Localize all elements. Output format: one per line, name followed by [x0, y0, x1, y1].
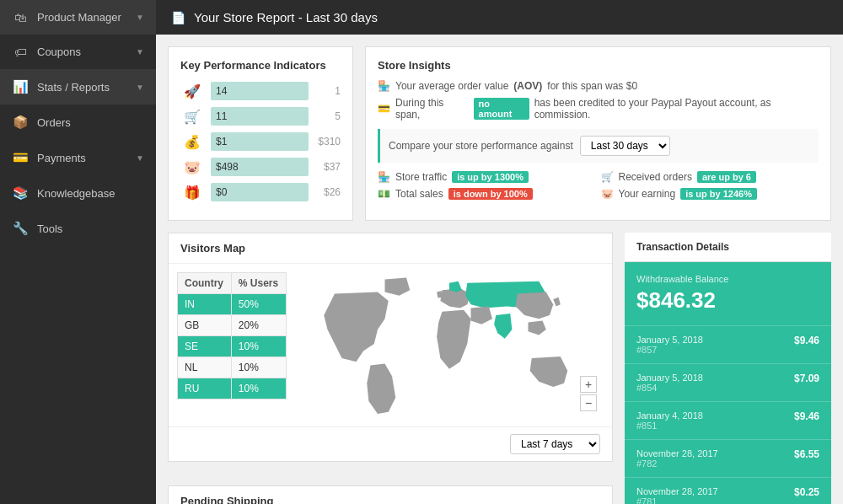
transaction-item: November 28, 2017 #781 $0.25	[625, 477, 831, 504]
sales-badge: is down by 100%	[448, 188, 533, 200]
country-pct: 10%	[231, 357, 286, 378]
zoom-buttons: + −	[580, 376, 597, 411]
metric-orders: 🛒 Received orders are up by 6	[601, 171, 819, 183]
sidebar-item-tools[interactable]: 🔧 Tools	[0, 211, 156, 246]
transaction-num: #857	[636, 345, 703, 355]
insights-box: Store Insights 🏪 Your average order valu…	[365, 46, 831, 221]
orders-label: Received orders	[619, 171, 692, 183]
traffic-icon: 🏪	[378, 171, 390, 183]
metric-earning: 🐷 Your earning is up by 1246%	[601, 188, 819, 200]
traffic-label: Store traffic	[395, 171, 447, 183]
sidebar-item-stats-reports[interactable]: 📊 Stats / Reports ▼	[0, 69, 156, 105]
insights-line-2: 💳 During this span, no amount has been c…	[378, 97, 819, 121]
payments-icon: 💳	[12, 150, 29, 165]
sidebar-item-label: Coupons	[37, 46, 127, 58]
sales-label: Total sales	[395, 188, 443, 200]
sidebar-item-label: Knowledgebase	[37, 187, 144, 200]
store-icon: 🏪	[378, 80, 390, 92]
transaction-date: January 4, 2018	[636, 410, 703, 421]
top-panel: Key Performance Indicators 🚀 14 1 🛒 11 5	[168, 46, 831, 221]
col-country: Country	[178, 273, 232, 294]
country-code: RU	[178, 378, 232, 399]
transaction-amount: $7.09	[794, 373, 819, 384]
map-svg-container: + −	[295, 272, 604, 418]
kpi-box: Key Performance Indicators 🚀 14 1 🛒 11 5	[168, 46, 353, 221]
map-footer: Last 7 days Last 30 days	[169, 426, 612, 461]
insights-commission-prefix: During this span,	[395, 97, 469, 121]
sidebar-item-coupons[interactable]: 🏷 Coupons ▼	[0, 35, 156, 69]
metric-traffic: 🏪 Store traffic is up by 1300%	[378, 171, 596, 183]
insights-compare-row: Compare your store performance against L…	[378, 129, 819, 163]
visitors-map-box: Visitors Map Country % Users IN50	[168, 233, 613, 462]
country-pct: 10%	[231, 378, 286, 399]
kpi-row-2: 🛒 11 5	[180, 107, 341, 126]
orders-icon: 📦	[12, 115, 29, 130]
report-icon: 📄	[171, 11, 185, 24]
kpi-cart-icon: 🛒	[180, 109, 204, 125]
kpi-val-5: $0	[216, 186, 227, 198]
visitors-map-title: Visitors Map	[169, 233, 612, 264]
sidebar-item-label: Product Manager	[37, 11, 127, 24]
country-row: SE10%	[178, 336, 287, 357]
main-content: 📄 Your Store Report - Last 30 days Key P…	[156, 0, 843, 504]
metric-sales: 💵 Total sales is down by 100%	[378, 188, 596, 200]
transaction-amount: $6.55	[794, 448, 819, 460]
sidebar-item-label: Orders	[37, 116, 144, 129]
country-code: IN	[178, 294, 232, 315]
no-amount-badge: no amount	[474, 98, 529, 120]
insights-line-1: 🏪 Your average order value (AOV) for thi…	[378, 80, 819, 92]
sidebar-item-orders[interactable]: 📦 Orders	[0, 105, 156, 140]
country-row: GB20%	[178, 315, 287, 336]
transaction-num: #851	[636, 421, 703, 431]
kpi-bar-2: 11	[211, 107, 309, 126]
sidebar: 🛍 Product Manager ▼ 🏷 Coupons ▼ 📊 Stats …	[0, 0, 156, 504]
stats-icon: 📊	[12, 79, 29, 94]
kpi-row-5: 🎁 $0 $26	[180, 183, 341, 201]
sidebar-item-payments[interactable]: 💳 Payments ▼	[0, 140, 156, 175]
map-time-select[interactable]: Last 7 days Last 30 days	[510, 434, 600, 454]
kpi-val-3: $1	[216, 136, 227, 147]
transaction-amount: $9.46	[794, 410, 819, 422]
country-row: RU10%	[178, 378, 287, 399]
knowledgebase-icon: 📚	[12, 185, 29, 201]
kpi-val-4: $498	[216, 161, 239, 173]
kpi-compare-3: $310	[315, 136, 341, 147]
insights-metrics: 🏪 Store traffic is up by 1300% 🛒 Receive…	[378, 171, 819, 200]
transaction-date: November 28, 2017	[636, 448, 718, 458]
pending-shipping-title: Pending Shipping	[169, 486, 612, 504]
balance-amount: $846.32	[636, 287, 819, 314]
country-pct: 20%	[231, 315, 286, 336]
sidebar-item-product-manager[interactable]: 🛍 Product Manager ▼	[0, 0, 156, 35]
compare-select[interactable]: Last 30 days Last 7 days Last 60 days	[580, 136, 670, 156]
bottom-section: Visitors Map Country % Users IN50	[168, 233, 831, 504]
zoom-out-button[interactable]: −	[580, 394, 597, 411]
transaction-num: #782	[636, 458, 718, 469]
map-content: Country % Users IN50%GB20%SE10%NL10%RU10…	[169, 264, 612, 426]
earning-icon: 🐷	[601, 188, 614, 200]
transaction-date: January 5, 2018	[636, 373, 703, 383]
kpi-rocket-icon: 🚀	[180, 83, 204, 99]
transaction-item: January 5, 2018 #857 $9.46	[625, 325, 831, 363]
transaction-num: #854	[636, 383, 703, 393]
transaction-items: January 5, 2018 #857 $9.46 January 5, 20…	[625, 325, 831, 504]
country-row: IN50%	[178, 294, 287, 315]
kpi-piggy-icon: 🐷	[180, 159, 204, 175]
earning-label: Your earning	[619, 188, 676, 200]
sidebar-item-label: Tools	[37, 223, 144, 235]
insights-aov-bold: (AOV)	[513, 80, 542, 92]
country-code: NL	[178, 357, 232, 378]
traffic-badge: is up by 1300%	[452, 171, 529, 183]
kpi-val-1: 14	[216, 85, 227, 97]
pending-shipping-box: Pending Shipping Order IDProduct NameOrd…	[168, 485, 613, 504]
zoom-in-button[interactable]: +	[580, 376, 597, 393]
insights-aov-prefix: Your average order value	[395, 80, 508, 92]
kpi-row-1: 🚀 14 1	[180, 82, 341, 100]
kpi-compare-4: $37	[315, 161, 341, 173]
kpi-bar-3: $1	[211, 132, 309, 151]
sidebar-item-knowledgebase[interactable]: 📚 Knowledgebase	[0, 175, 156, 211]
kpi-compare-2: 5	[315, 110, 341, 122]
transaction-item: November 28, 2017 #782 $6.55	[625, 439, 831, 477]
kpi-bar-5: $0	[211, 183, 309, 201]
kpi-bar-4: $498	[211, 158, 309, 176]
kpi-money-icon: 💰	[180, 134, 204, 150]
